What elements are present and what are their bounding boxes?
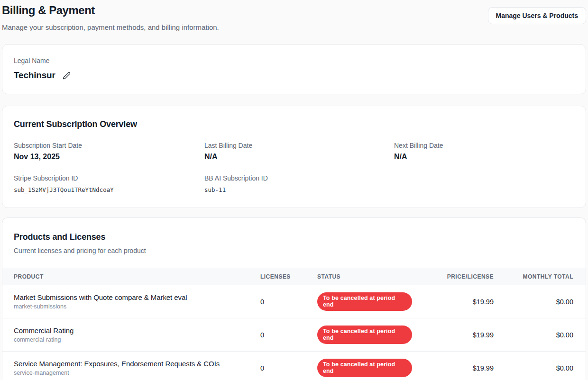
column-header-product: Product <box>14 273 260 280</box>
product-slug: commercial-rating <box>14 336 260 343</box>
field-value: sub-11 <box>204 186 394 193</box>
licenses-cell: 0 <box>260 364 317 372</box>
legal-name-card: Legal Name Techinsur <box>2 44 586 94</box>
empty-grid-cell <box>394 174 574 193</box>
status-cell: To be cancelled at period end <box>317 292 412 311</box>
field-label: Subscription Start Date <box>14 142 204 149</box>
product-cell: Market Submissions with Quote compare & … <box>14 293 260 310</box>
field-label: Last Billing Date <box>204 142 394 149</box>
products-table-body: Market Submissions with Quote compare & … <box>2 285 586 380</box>
edit-legal-name-button[interactable] <box>63 72 71 80</box>
price-per-license-cell: $19.99 <box>412 298 494 306</box>
licenses-cell: 0 <box>260 331 317 339</box>
subscription-overview-heading: Current Subscription Overview <box>14 119 574 129</box>
price-per-license-cell: $19.99 <box>412 331 494 339</box>
next-billing-date-field: Next Billing Date N/A <box>394 142 574 161</box>
price-per-license-cell: $19.99 <box>412 364 494 372</box>
monthly-total-cell: $0.00 <box>494 364 573 372</box>
field-label: Stripe Subscription ID <box>14 174 204 182</box>
field-value: sub_1SzMVjJ3TQou1TReYtNdcoaY <box>14 186 204 193</box>
billing-page: Billing & Payment Manage your subscripti… <box>0 0 588 380</box>
product-name: Market Submissions with Quote compare & … <box>14 293 260 301</box>
subscription-overview-card: Current Subscription Overview Subscripti… <box>2 106 586 208</box>
monthly-total-cell: $0.00 <box>494 331 573 339</box>
pencil-icon <box>63 72 71 80</box>
status-badge: To be cancelled at period end <box>317 292 412 311</box>
products-table-header: Product Licenses Status Price/License Mo… <box>2 268 586 285</box>
page-header: Billing & Payment Manage your subscripti… <box>2 4 586 31</box>
monthly-total-cell: $0.00 <box>494 298 573 306</box>
legal-name-label: Legal Name <box>14 57 574 64</box>
licenses-cell: 0 <box>260 298 317 306</box>
last-billing-date-field: Last Billing Date N/A <box>204 142 394 161</box>
page-subtitle: Manage your subscription, payment method… <box>2 23 219 31</box>
field-label: Next Billing Date <box>394 142 574 149</box>
table-row: Market Submissions with Quote compare & … <box>2 285 586 318</box>
status-badge: To be cancelled at period end <box>317 326 412 344</box>
table-row: Commercial Rating commercial-rating 0 To… <box>2 318 586 352</box>
page-header-text: Billing & Payment Manage your subscripti… <box>2 4 219 31</box>
legal-name-value: Techinsur <box>14 70 55 81</box>
subscription-fields-grid: Subscription Start Date Nov 13, 2025 Las… <box>14 142 574 193</box>
product-cell: Service Management: Exposures, Endorseme… <box>14 360 260 376</box>
products-heading: Products and Licenses <box>14 232 574 242</box>
field-value: Nov 13, 2025 <box>14 153 204 161</box>
stripe-subscription-id-field: Stripe Subscription ID sub_1SzMVjJ3TQou1… <box>14 174 204 193</box>
page-title: Billing & Payment <box>2 4 219 17</box>
product-slug: market-submissions <box>14 303 260 310</box>
product-cell: Commercial Rating commercial-rating <box>14 326 260 343</box>
products-subtitle: Current licenses and pricing for each pr… <box>14 247 574 254</box>
field-label: BB AI Subscription ID <box>204 174 394 182</box>
product-name: Commercial Rating <box>14 326 260 335</box>
bbai-subscription-id-field: BB AI Subscription ID sub-11 <box>204 174 394 193</box>
status-cell: To be cancelled at period end <box>317 326 412 344</box>
product-slug: service-management <box>14 370 260 376</box>
table-row: Service Management: Exposures, Endorseme… <box>2 352 586 380</box>
status-cell: To be cancelled at period end <box>317 359 412 377</box>
column-header-status: Status <box>317 273 412 280</box>
legal-name-value-row: Techinsur <box>14 70 574 81</box>
products-licenses-card: Products and Licenses Current licenses a… <box>2 217 586 380</box>
subscription-start-date-field: Subscription Start Date Nov 13, 2025 <box>14 142 204 161</box>
status-badge: To be cancelled at period end <box>317 359 412 377</box>
manage-users-products-button[interactable]: Manage Users & Products <box>488 7 587 24</box>
field-value: N/A <box>394 153 574 161</box>
product-name: Service Management: Exposures, Endorseme… <box>14 360 260 368</box>
column-header-price-license: Price/License <box>412 273 494 280</box>
field-value: N/A <box>204 153 394 161</box>
products-card-head: Products and Licenses Current licenses a… <box>2 232 586 254</box>
column-header-licenses: Licenses <box>260 273 317 280</box>
column-header-monthly-total: Monthly Total <box>494 273 573 280</box>
